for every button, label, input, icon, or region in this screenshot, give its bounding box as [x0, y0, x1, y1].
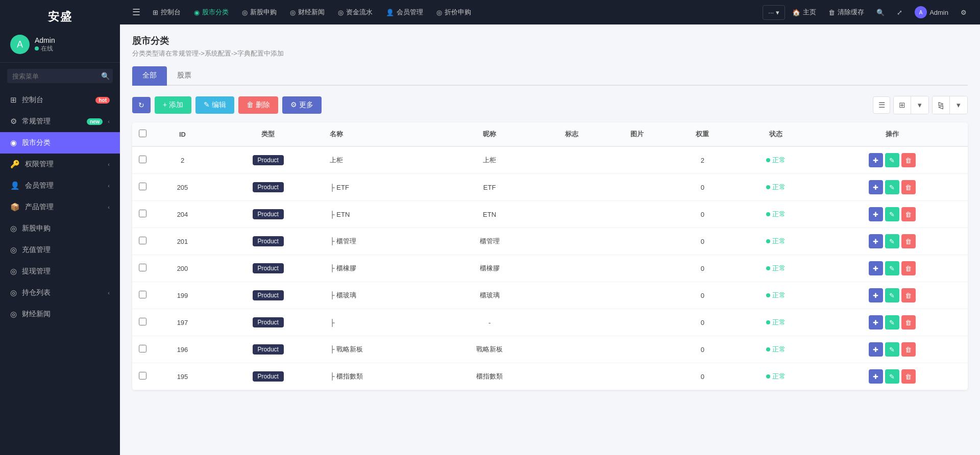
filter-dropdown-btn[interactable]: ▾: [950, 96, 967, 114]
row-check-1[interactable]: [139, 183, 146, 190]
row-checkbox-5[interactable]: [132, 282, 153, 309]
action-edit-btn-6[interactable]: ✎: [885, 315, 899, 330]
list-view-btn[interactable]: ☰: [873, 96, 890, 114]
row-image-5: [604, 282, 670, 309]
action-edit-btn-0[interactable]: ✎: [885, 153, 899, 167]
action-add-btn-2[interactable]: ✚: [869, 207, 883, 221]
sidebar-item-ipo[interactable]: ◎ 新股申购: [0, 218, 120, 239]
topbar-item-finance-news[interactable]: ◎ 财经新闻: [284, 5, 331, 20]
row-check-6[interactable]: [139, 318, 146, 325]
type-badge-4: Product: [253, 263, 284, 273]
action-edit-btn-5[interactable]: ✎: [885, 288, 899, 302]
action-edit-btn-3[interactable]: ✎: [885, 234, 899, 248]
action-edit-btn-1[interactable]: ✎: [885, 180, 899, 194]
sidebar-item-withdraw[interactable]: ◎ 提现管理: [0, 261, 120, 282]
row-checkbox-4[interactable]: [132, 255, 153, 282]
refresh-button[interactable]: ↻: [132, 97, 151, 113]
action-add-btn-8[interactable]: ✚: [869, 369, 883, 384]
chevron-down-icon-2: ▾: [918, 100, 922, 110]
fullscreen-btn[interactable]: ⤢: [892, 6, 908, 19]
grid-dropdown-btn[interactable]: ▾: [911, 96, 928, 114]
search-input[interactable]: [12, 72, 98, 80]
topbar-item-dashboard[interactable]: ⊞ 控制台: [146, 5, 187, 20]
sidebar-item-general[interactable]: ⚙ 常规管理 new ‹: [0, 111, 120, 132]
tab-all[interactable]: 全部: [132, 66, 167, 86]
row-checkbox-0[interactable]: [132, 146, 153, 174]
add-button[interactable]: + 添加: [155, 96, 191, 114]
action-edit-btn-2[interactable]: ✎: [885, 207, 899, 221]
more-label: ⚙ 更多: [290, 100, 313, 110]
home-btn[interactable]: 🏠 主页: [787, 5, 821, 20]
tab-stocks[interactable]: 股票: [167, 66, 202, 86]
action-edit-btn-8[interactable]: ✎: [885, 369, 899, 384]
search-btn[interactable]: 🔍: [871, 6, 890, 19]
row-checkbox-7[interactable]: [132, 336, 153, 363]
row-checkbox-2[interactable]: [132, 201, 153, 228]
row-check-4[interactable]: [139, 264, 146, 271]
action-delete-btn-5[interactable]: 🗑: [901, 288, 916, 302]
row-check-5[interactable]: [139, 291, 146, 298]
action-add-btn-0[interactable]: ✚: [869, 153, 883, 167]
action-add-btn-3[interactable]: ✚: [869, 234, 883, 248]
row-checkbox-6[interactable]: [132, 309, 153, 336]
action-delete-btn-7[interactable]: 🗑: [901, 342, 916, 357]
row-check-3[interactable]: [139, 237, 146, 244]
row-checkbox-8[interactable]: [132, 363, 153, 390]
sidebar-item-member[interactable]: 👤 会员管理 ‹: [0, 175, 120, 196]
select-all-checkbox[interactable]: [139, 130, 146, 137]
row-checkbox-3[interactable]: [132, 228, 153, 255]
action-add-btn-4[interactable]: ✚: [869, 261, 883, 275]
action-delete-btn-4[interactable]: 🗑: [901, 261, 916, 275]
row-checkbox-1[interactable]: [132, 174, 153, 201]
row-id-1: 205: [153, 174, 212, 201]
sidebar-item-permission[interactable]: 🔑 权限管理 ‹: [0, 154, 120, 175]
sidebar-item-stock[interactable]: ◉ 股市分类: [0, 132, 120, 154]
topbar-item-cashflow[interactable]: ◎ 资金流水: [332, 5, 379, 20]
action-delete-btn-3[interactable]: 🗑: [901, 234, 916, 248]
menu-toggle-icon[interactable]: ☰: [128, 5, 144, 20]
more-dropdown-btn[interactable]: ··· ▾: [763, 5, 785, 20]
row-name-8: ├ 櫃指數類: [324, 363, 439, 390]
row-id-3: 201: [153, 228, 212, 255]
action-edit-btn-4[interactable]: ✎: [885, 261, 899, 275]
topbar-item-stock-cat[interactable]: ◉ 股市分类: [188, 5, 235, 20]
topbar-item-member-mgmt[interactable]: 👤 会员管理: [380, 5, 429, 20]
sidebar-item-holdings[interactable]: ◎ 持仓列表 ‹: [0, 282, 120, 304]
sidebar-item-product[interactable]: 📦 产品管理 ‹: [0, 196, 120, 218]
nav-label-withdraw: 提现管理: [22, 267, 110, 276]
row-check-7[interactable]: [139, 345, 146, 352]
action-delete-btn-2[interactable]: 🗑: [901, 207, 916, 221]
sidebar-item-dashboard[interactable]: ⊞ 控制台 hot: [0, 89, 120, 111]
row-check-0[interactable]: [139, 156, 146, 163]
row-check-2[interactable]: [139, 210, 146, 217]
action-delete-btn-0[interactable]: 🗑: [901, 153, 916, 167]
col-weight: 权重: [670, 122, 735, 146]
row-flag-6: [539, 309, 604, 336]
row-actions-8: ✚ ✎ 🗑: [816, 363, 968, 390]
filter-btn[interactable]: ⧎: [933, 96, 950, 114]
action-edit-btn-7[interactable]: ✎: [885, 342, 899, 357]
action-add-btn-6[interactable]: ✚: [869, 315, 883, 330]
edit-button[interactable]: ✎ 编辑: [195, 96, 234, 114]
data-table: ID 类型 名称 昵称 标志 图片 权重 状态 操作 2 Produ: [132, 122, 968, 390]
settings-btn[interactable]: ⚙: [955, 6, 972, 19]
row-check-8[interactable]: [139, 372, 146, 380]
action-add-btn-5[interactable]: ✚: [869, 288, 883, 302]
clear-cache-btn[interactable]: 🗑 清除缓存: [823, 5, 869, 20]
action-btns-3: ✚ ✎ 🗑: [822, 234, 962, 248]
delete-button[interactable]: 🗑 删除: [238, 96, 278, 114]
action-add-btn-1[interactable]: ✚: [869, 180, 883, 194]
sidebar-item-topup[interactable]: ◎ 充值管理: [0, 239, 120, 261]
sidebar-search[interactable]: 🔍: [7, 69, 113, 83]
topbar-item-discount-ipo[interactable]: ◎ 折价申购: [430, 5, 477, 20]
action-delete-btn-1[interactable]: 🗑: [901, 180, 916, 194]
topbar-item-ipo[interactable]: ◎ 新股申购: [236, 5, 283, 20]
sidebar-item-financial[interactable]: ◎ 财经新闻: [0, 304, 120, 325]
action-add-btn-7[interactable]: ✚: [869, 342, 883, 357]
grid-view-btn[interactable]: ⊞: [894, 96, 911, 114]
action-delete-btn-6[interactable]: 🗑: [901, 315, 916, 330]
action-delete-btn-8[interactable]: 🗑: [901, 369, 916, 384]
row-type-6: Product: [212, 309, 324, 336]
more-button[interactable]: ⚙ 更多: [282, 96, 322, 114]
action-btns-7: ✚ ✎ 🗑: [822, 342, 962, 357]
